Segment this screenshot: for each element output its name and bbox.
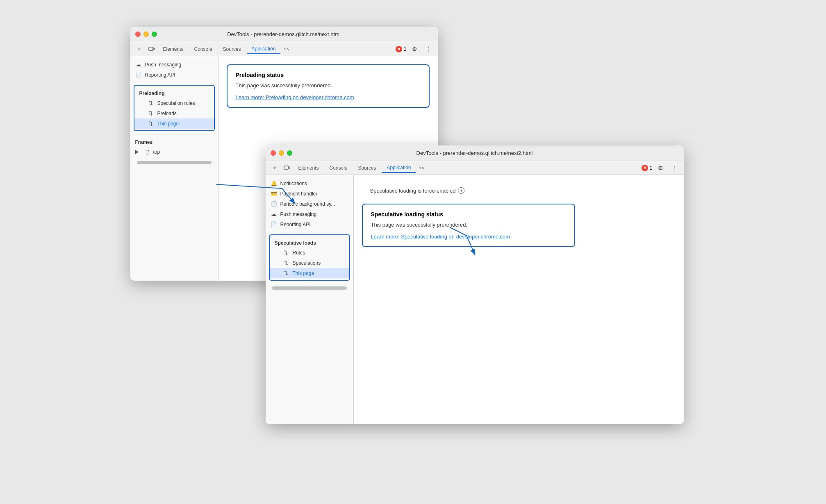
sidebar-label-periodic-bg: Periodic background sy...: [280, 201, 335, 207]
sidebar-item-this-page-2[interactable]: ⇅ This page: [270, 268, 349, 278]
speculative-status-title: Speculative loading status: [371, 211, 566, 218]
speculative-learn-more-link[interactable]: Learn more: Speculative loading on devel…: [371, 234, 510, 240]
preloading-header: Preloading: [134, 87, 214, 98]
sidebar-item-notifications[interactable]: 🔔 Notifications: [266, 178, 353, 188]
speculative-status-card: Speculative loading status This page was…: [362, 204, 575, 247]
svg-rect-2: [284, 166, 288, 169]
error-count-2: 1: [650, 165, 653, 171]
panel-2: Speculative loading is force-enabled i S…: [354, 175, 684, 424]
svg-rect-3: [289, 167, 290, 168]
menu-icon-1[interactable]: ⋮: [423, 43, 435, 55]
sidebar-label-this-page-2: This page: [293, 270, 314, 276]
close-button-2[interactable]: [271, 150, 276, 156]
sidebar-label-top-1: top: [153, 149, 160, 155]
sidebar-label-rules: Rules: [293, 250, 305, 256]
tab-sources[interactable]: Sources: [218, 45, 246, 54]
toolbar-right-2: ✕ 1 ⚙ ⋮: [642, 162, 680, 174]
speculative-status-text: This page was successfully prerendered.: [371, 222, 566, 228]
error-x-icon-1: ✕: [396, 46, 402, 52]
sort-icon-tp: ⇅: [148, 120, 154, 127]
sidebar-2: 🔔 Notifications 💳 Payment handler 🕐 Peri…: [266, 175, 354, 424]
tab-console[interactable]: Console: [189, 45, 217, 54]
preloading-status-text: This page was successfully prerendered.: [236, 82, 421, 89]
sort-icon-sr: ⇅: [148, 100, 154, 106]
sidebar-label-speculations: Speculations: [293, 260, 321, 266]
maximize-button-1[interactable]: [152, 32, 157, 37]
frames-header-1: Frames: [130, 136, 218, 147]
traffic-lights-2: [271, 150, 292, 156]
sidebar-item-preloads[interactable]: ⇅ Preloads: [134, 108, 214, 118]
sidebar-item-rules[interactable]: ⇅ Rules: [270, 247, 349, 258]
sidebar-label-payment-handler: Payment handler: [280, 191, 318, 197]
title-bar-1: DevTools - prerender-demos.glitch.me/nex…: [130, 27, 438, 42]
minimize-button-2[interactable]: [279, 150, 284, 156]
device-icon[interactable]: [146, 43, 157, 55]
devtools-window-2: DevTools - prerender-demos.glitch.me/nex…: [266, 145, 684, 424]
preloading-status-card: Preloading status This page was successf…: [227, 64, 430, 108]
sidebar-item-frames-top-1[interactable]: ⬚ top: [130, 147, 218, 157]
sidebar-item-push-messaging-2[interactable]: ☁ Push messaging: [266, 209, 353, 219]
cloud-icon-2: ☁: [271, 211, 277, 217]
sort-icon-tp2: ⇅: [283, 270, 289, 276]
window-title-2: DevTools - prerender-demos.glitch.me/nex…: [416, 150, 533, 156]
toolbar-2: ⌖ Elements Console Sources Application >…: [266, 161, 684, 175]
sort-icon-pl: ⇅: [148, 110, 154, 116]
clock-icon: 🕐: [271, 201, 277, 207]
maximize-button-2[interactable]: [287, 150, 292, 156]
more-tabs-button-1[interactable]: >>: [281, 45, 291, 53]
payment-icon: 💳: [271, 191, 277, 197]
preloading-status-title: Preloading status: [236, 72, 421, 78]
sidebar-label-reporting-api-1: Reporting API: [145, 72, 175, 78]
sidebar-label-notifications: Notifications: [280, 181, 307, 186]
tab-console-2[interactable]: Console: [325, 163, 353, 173]
tab-application-2[interactable]: Application: [382, 163, 416, 173]
bell-icon: 🔔: [271, 180, 277, 186]
tab-sources-2[interactable]: Sources: [353, 163, 381, 173]
speculative-loads-section-box: Speculative loads ⇅ Rules ⇅ Speculations…: [269, 234, 350, 281]
window-title-1: DevTools - prerender-demos.glitch.me/nex…: [227, 31, 341, 37]
traffic-lights-1: [135, 32, 157, 37]
scrollbar-2[interactable]: [272, 286, 347, 290]
menu-icon-2[interactable]: ⋮: [669, 162, 680, 174]
doc-icon-2: 📄: [271, 221, 277, 227]
sidebar-label-push-messaging-1: Push messaging: [145, 62, 182, 68]
sidebar-item-periodic-bg[interactable]: 🕐 Periodic background sy...: [266, 199, 353, 209]
sidebar-item-this-page-1[interactable]: ⇅ This page: [134, 118, 214, 129]
sidebar-item-payment-handler[interactable]: 💳 Payment handler: [266, 188, 353, 199]
force-enabled-container: Speculative loading is force-enabled i: [362, 183, 676, 198]
svg-rect-1: [153, 48, 155, 50]
preloading-learn-more-link[interactable]: Learn more: Preloading on developer.chro…: [236, 94, 354, 100]
sidebar-label-preloads: Preloads: [157, 111, 177, 116]
sidebar-item-speculation-rules[interactable]: ⇅ Speculation rules: [134, 98, 214, 108]
sidebar-label-reporting-api-2: Reporting API: [280, 222, 311, 227]
sidebar-item-speculations[interactable]: ⇅ Speculations: [270, 258, 349, 268]
title-bar-2: DevTools - prerender-demos.glitch.me/nex…: [266, 145, 684, 161]
toolbar-right-1: ✕ 1 ⚙ ⋮: [396, 43, 435, 55]
settings-icon-2[interactable]: ⚙: [655, 162, 667, 174]
device-icon-2[interactable]: [281, 162, 293, 174]
tab-elements[interactable]: Elements: [158, 45, 189, 54]
speculative-loads-header: Speculative loads: [270, 237, 349, 247]
scrollbar-1[interactable]: [137, 161, 212, 164]
toolbar-1: ⌖ Elements Console Sources Application >…: [130, 42, 438, 56]
sidebar-item-reporting-api-1[interactable]: 📄 Reporting API: [130, 70, 218, 80]
force-enabled-label: Speculative loading is force-enabled: [370, 188, 456, 194]
sidebar-item-reporting-api-2[interactable]: 📄 Reporting API: [266, 219, 353, 229]
sidebar-label-speculation-rules: Speculation rules: [157, 100, 195, 106]
error-count-1: 1: [404, 46, 407, 52]
minimize-button-1[interactable]: [143, 32, 149, 37]
sort-icon-spec: ⇅: [283, 260, 289, 266]
settings-icon-1[interactable]: ⚙: [409, 43, 421, 55]
sidebar-item-push-messaging-1[interactable]: ☁ Push messaging: [130, 59, 218, 70]
cursor-icon-2[interactable]: ⌖: [269, 162, 280, 174]
cursor-icon[interactable]: ⌖: [134, 43, 145, 55]
sidebar-label-push-messaging-2: Push messaging: [280, 211, 317, 217]
tab-application[interactable]: Application: [247, 44, 281, 54]
info-icon[interactable]: i: [458, 187, 464, 194]
svg-rect-0: [149, 47, 153, 50]
tab-elements-2[interactable]: Elements: [294, 163, 324, 173]
doc-icon-1: 📄: [135, 72, 142, 78]
more-tabs-button-2[interactable]: >>: [416, 164, 427, 172]
sort-icon-rules: ⇅: [283, 250, 289, 256]
close-button-1[interactable]: [135, 32, 141, 37]
